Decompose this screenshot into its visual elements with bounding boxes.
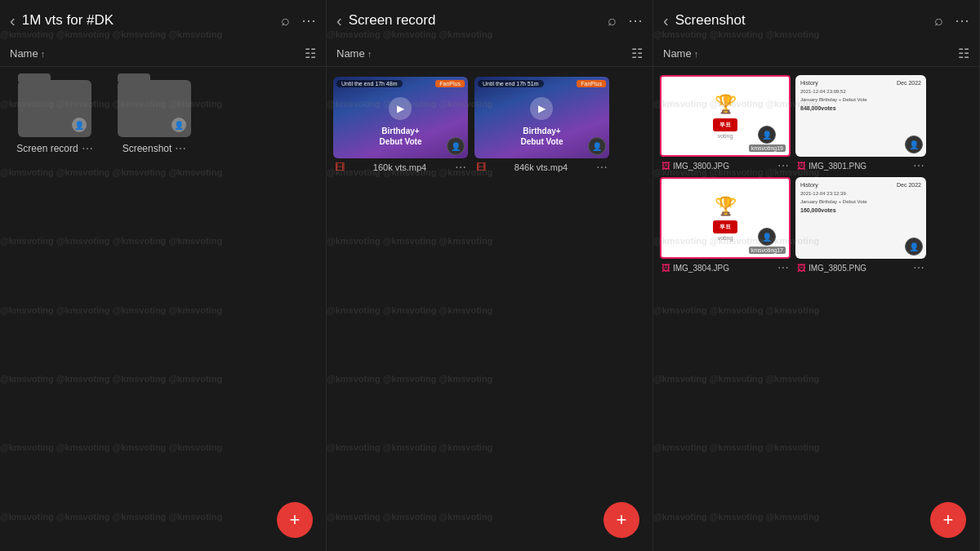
panel-3-screenshot: ‹ Screenshot ⌕ ⋯ Name ↑ ☷ @kmsvoting @km… [653, 0, 980, 551]
video-thumb-846k: FanPlus Until the end 17h 51m ▶ Birthday… [474, 77, 609, 158]
user-icon-3800: 👤 [758, 126, 776, 144]
panel-1-header: ‹ 1M vts for #DK ⌕ ⋯ [0, 0, 326, 41]
logo-block: 투표 [713, 118, 737, 131]
video-thumb-160k: FanPlus Until the end 17h 48m ▶ Birthday… [333, 77, 468, 158]
play-button-1[interactable]: ▶ [389, 97, 412, 120]
file-more-3801[interactable]: ⋯ [913, 159, 924, 172]
search-icon-2[interactable]: ⌕ [608, 12, 617, 29]
panel-2-subheader: Name ↑ ☷ [327, 41, 653, 67]
file-more-3804[interactable]: ⋯ [777, 261, 789, 274]
file-info-row-3801: 🖼 IMG_3801.PNG ⋯ [795, 157, 926, 172]
panel-1-title: 1M vts for #DK [22, 12, 270, 29]
history-date: Dec 2022 [897, 80, 921, 86]
user-badge-3804: 👤 kmsvoting17 [749, 228, 786, 254]
file-info-row-3800: 🖼 IMG_3800.JPG ⋯ [660, 157, 791, 172]
folder-item-screenshot[interactable]: 👤 Screenshot ⋯ [109, 80, 199, 155]
user-icon-3801: 👤 [905, 136, 923, 153]
panel-2-title: Screen record [349, 12, 596, 29]
panel-2-screen-record: ‹ Screen record ⌕ ⋯ Name ↑ ☷ @kmsvoting … [327, 0, 653, 551]
video-type-icon-1: 🎞 [335, 162, 345, 173]
more-icon-1[interactable]: ⋯ [301, 11, 316, 29]
folder-more-screenshot[interactable]: ⋯ [175, 142, 186, 155]
person-icon-screenshot: 👤 [172, 118, 186, 132]
fab-button-2[interactable]: + [604, 502, 639, 538]
filename-3800: IMG_3800.JPG [673, 162, 775, 171]
history-header-3801: History Dec 2022 [800, 80, 921, 86]
fab-button-3[interactable]: + [930, 502, 966, 538]
video-title-2: Birthday+Debut Vote [520, 126, 563, 147]
panel-3-header: ‹ Screenshot ⌕ ⋯ [653, 0, 979, 41]
award-logo-row-3804: 투표 [713, 220, 737, 233]
screenshot-grid: 🏆 투표 voting 👤 kmsvoting19 🖼 IMG_3800.JPG… [653, 67, 979, 282]
screenshot-item-3805[interactable]: History Dec 2022 2021-12-04 23:12:39 Jan… [795, 177, 926, 274]
list-view-icon-1[interactable]: ☷ [305, 46, 316, 61]
panel-3-subheader: Name ↑ ☷ [653, 41, 979, 67]
folder-name-screen-record: Screen record [16, 143, 78, 154]
sort-label-2[interactable]: Name ↑ [336, 47, 372, 60]
video-more-2[interactable]: ⋯ [596, 161, 608, 174]
sort-label-1[interactable]: Name ↑ [10, 47, 45, 60]
file-info-row-3805: 🖼 IMG_3805.PNG ⋯ [795, 259, 926, 274]
user-badge-3801: 👤 [905, 136, 923, 153]
fanplus-badge-2: FanPlus [577, 80, 606, 87]
user-badge-1: 👤 [447, 137, 465, 155]
video-item-160k[interactable]: FanPlus Until the end 17h 48m ▶ Birthday… [333, 77, 468, 174]
video-more-1[interactable]: ⋯ [455, 161, 466, 174]
folder-shape-screenshot: 👤 [118, 80, 191, 137]
fanplus-badge-1: FanPlus [435, 80, 465, 87]
more-icon-3[interactable]: ⋯ [955, 11, 969, 29]
folder-name-row-screen-record: Screen record ⋯ [16, 142, 92, 155]
list-view-icon-2[interactable]: ☷ [631, 46, 643, 61]
file-type-icon-3805: 🖼 [797, 263, 806, 273]
user-icon-3804: 👤 [758, 228, 776, 246]
fab-button-1[interactable]: + [277, 502, 313, 538]
folder-item-screen-record[interactable]: 👤 Screen record ⋯ [10, 80, 100, 155]
history-row2-votes: 160,000votes [800, 207, 921, 213]
person-icon-screen-record: 👤 [72, 118, 87, 132]
video-content-1: ▶ Birthday+Debut Vote [379, 97, 421, 147]
back-button-2[interactable]: ‹ [336, 11, 342, 30]
folder-shape-screen-record: 👤 [18, 80, 91, 137]
more-icon-2[interactable]: ⋯ [628, 11, 643, 29]
filename-3804: IMG_3804.JPG [673, 264, 775, 273]
file-more-3805[interactable]: ⋯ [913, 261, 924, 274]
back-button-1[interactable]: ‹ [10, 11, 16, 30]
history-row2-date: 2021-12-04 23:12:39 [800, 190, 921, 197]
folder-icon-screenshot: 👤 [118, 80, 191, 137]
folder-more-screen-record[interactable]: ⋯ [82, 142, 93, 155]
timer-badge-2: Until the end 17h 51m [478, 80, 544, 87]
sort-arrow-1: ↑ [41, 49, 46, 59]
file-more-3800[interactable]: ⋯ [777, 159, 789, 172]
file-type-icon-3801: 🖼 [797, 161, 806, 171]
sort-arrow-2: ↑ [368, 49, 372, 59]
history-label: History [800, 80, 818, 86]
screenshot-thumb-3800: 🏆 투표 voting 👤 kmsvoting19 [660, 75, 791, 157]
screenshot-item-3804[interactable]: 🏆 투표 voting 👤 kmsvoting17 🖼 IMG_3804.JPG… [660, 177, 791, 274]
search-icon-3[interactable]: ⌕ [934, 12, 943, 29]
panel-2-header: ‹ Screen record ⌕ ⋯ [327, 0, 653, 41]
play-button-2[interactable]: ▶ [530, 97, 553, 120]
search-icon-1[interactable]: ⌕ [281, 12, 290, 29]
video-info-row-1: 🎞 160k vts.mp4 ⋯ [333, 158, 468, 174]
screenshot-item-3801[interactable]: History Dec 2022 2021-12-04 23:09:52 Jan… [795, 75, 926, 172]
video-content-2: ▶ Birthday+Debut Vote [520, 97, 563, 147]
panel-3-title: Screenshot [675, 12, 923, 29]
folder-name-screenshot: Screenshot [122, 143, 172, 154]
user-icon-1: 👤 [447, 137, 465, 155]
back-button-3[interactable]: ‹ [663, 11, 669, 30]
video-grid: FanPlus Until the end 17h 48m ▶ Birthday… [327, 67, 653, 184]
folder-name-row-screenshot: Screenshot ⋯ [122, 142, 187, 155]
filename-3801: IMG_3801.PNG [808, 162, 911, 171]
panel-1-main-folder: ‹ 1M vts for #DK ⌕ ⋯ Name ↑ ☷ @kmsvoting… [0, 0, 327, 551]
video-filename-2: 846k vts.mp4 [514, 162, 568, 172]
award-sublabel: voting [718, 133, 733, 139]
sort-label-3[interactable]: Name ↑ [663, 47, 698, 60]
user-badge-2: 👤 [588, 137, 606, 155]
history-header-3805: History Dec 2022 [800, 182, 921, 188]
video-item-846k[interactable]: FanPlus Until the end 17h 51m ▶ Birthday… [474, 77, 609, 174]
video-title-1: Birthday+Debut Vote [379, 126, 421, 147]
user-badge-3805: 👤 [905, 238, 923, 256]
list-view-icon-3[interactable]: ☷ [958, 46, 969, 61]
folder-icon-screen-record: 👤 [18, 80, 91, 137]
screenshot-item-3800[interactable]: 🏆 투표 voting 👤 kmsvoting19 🖼 IMG_3800.JPG… [660, 75, 791, 172]
